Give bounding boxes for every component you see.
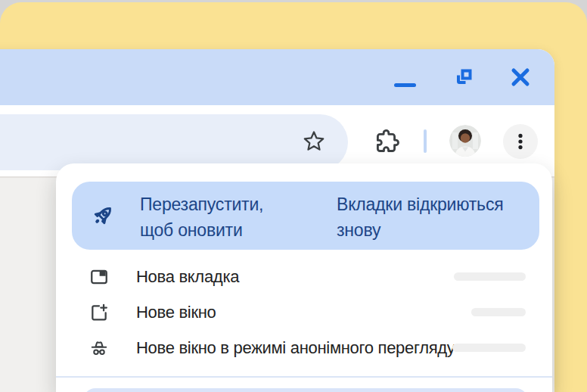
menu-item-label: Нова вкладка [136,267,239,287]
rocket-icon [88,202,116,231]
menu-section-divider [56,376,552,378]
bookmark-star-icon[interactable] [300,128,328,155]
browser-menu-dropdown: Перезапустити, щоб оновити Вкладки відкр… [56,163,552,392]
shortcut-placeholder [471,308,526,316]
close-icon[interactable] [508,65,533,89]
menu-item-new-window[interactable]: Нове вікно [56,294,552,330]
menu-item-incognito-window[interactable]: Нове вікно в режимі анонімного перегляду [56,330,552,366]
profile-avatar[interactable] [449,125,481,157]
extensions-puzzle-icon[interactable] [371,127,400,156]
next-section-highlight [83,388,528,392]
new-tab-icon [89,267,109,287]
toolbar-divider [424,129,427,153]
restart-description: Вкладки відкриються знову [337,191,503,243]
shortcut-placeholder [454,272,526,281]
menu-item-label: Нове вікно [136,303,216,322]
incognito-icon [89,338,109,358]
menu-item-label: Нове вікно в режимі анонімного перегляду [136,338,455,358]
shortcut-placeholder [452,344,526,352]
minimize-icon[interactable] [394,83,416,87]
window-titlebar [0,49,554,105]
address-bar[interactable] [0,114,348,170]
more-vertical-icon[interactable] [503,124,538,159]
restart-label: Перезапустити, щоб оновити [140,191,263,243]
restore-icon[interactable] [452,66,475,89]
restart-to-update-item[interactable]: Перезапустити, щоб оновити Вкладки відкр… [72,182,539,250]
screenshot-stage: Перезапустити, щоб оновити Вкладки відкр… [0,0,587,392]
new-window-icon [89,303,109,322]
menu-item-new-tab[interactable]: Нова вкладка [56,259,552,294]
